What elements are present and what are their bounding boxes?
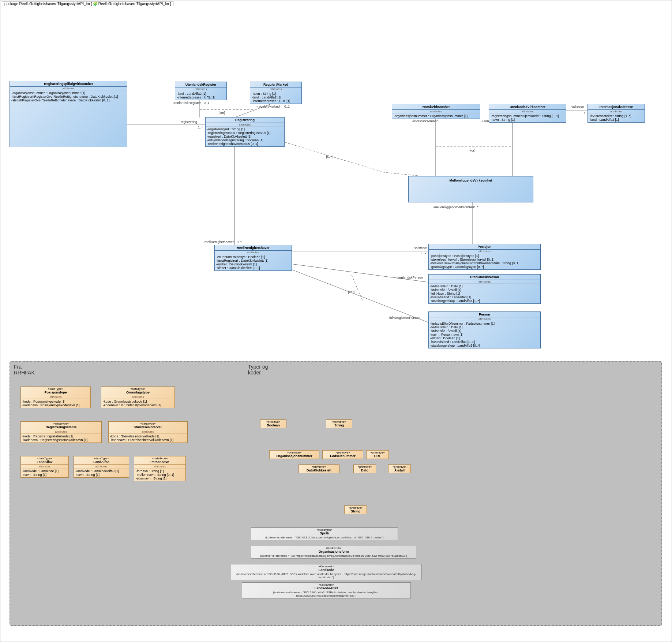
- stereotype: «primitive»: [354, 465, 376, 469]
- attr-row: -kodenavn : Grunnlagstypekodenavn [1]: [103, 403, 173, 407]
- attr-row: -kodenavn : Posisjonstypekodenavn [1]: [22, 403, 89, 407]
- attr-row: -kode : Størrelsesintervallkode [1]: [110, 434, 186, 438]
- reellRettighetshaver-mult: 0..*: [237, 240, 242, 244]
- class-attrs: -friAdressetekst : String [1..*] -land :…: [588, 113, 645, 122]
- attr-row: -kode : Registreringsstatuskode [1]: [22, 434, 100, 438]
- class-internasjonal-adresse: InternasjonalAdresse attributes -friAdre…: [587, 104, 645, 123]
- attr-row: -internettadresse : URL [1]: [252, 99, 300, 103]
- class-reell-rettighetshaver: ReellRettighetshaver attributes -erUnnta…: [214, 245, 292, 271]
- attr-row: -posisjonstype : Posisjonstype [1]: [430, 254, 539, 258]
- datatype-attrs: -kode : Posisjonstypekode [1] -kodenavn …: [21, 399, 90, 408]
- primitive-url: «primitive» URL: [366, 450, 389, 459]
- attr-label: attributes: [250, 87, 301, 91]
- class-registreringspliktig-virksomhet: RegistreringspliktigVirksomhet attribute…: [10, 81, 127, 147]
- mellomliggende-mult: 0..*: [473, 205, 478, 209]
- attr-label: attributes: [21, 395, 90, 399]
- kodeverk-landkode: «Kodeverk» Landkode {kodeverksreferanse …: [231, 564, 422, 580]
- kodeverk-sprak: «Kodeverk» Språk {kodeverksreferanse = "…: [251, 527, 398, 540]
- class-title: UtenlandskPerson: [429, 275, 540, 280]
- attr-row: -land : LandAlfa2 [1]: [252, 96, 300, 99]
- attr-row: -førstRegistrert : DatoKlokkeslett [1]: [216, 259, 290, 262]
- norskVirksomhet-mult: 1: [437, 119, 439, 123]
- datatype-title: Grunnlagstype: [101, 391, 174, 395]
- class-title: UtenlandskVirksomhet: [489, 104, 566, 110]
- attr-row: -navn : String [1]: [22, 473, 67, 477]
- class-title: NorskVirksomhet: [392, 104, 480, 110]
- utenlandskPerson-label: -utenlandskPerson: [395, 276, 423, 279]
- stereotype: «primitive»: [345, 506, 367, 510]
- class-norsk-virksomhet: NorskVirksomhet attributes -organisasjon…: [392, 104, 480, 119]
- attr-row: -landkode : Landkode [1]: [22, 469, 67, 473]
- class-title: RegulertMarked: [250, 82, 301, 87]
- attr-row: -førstRegistrertIRegisterOverReelleRetti…: [11, 95, 125, 98]
- adresse-label: -adresse: [571, 105, 584, 108]
- assoc-utenlandskRegister-mult: 0..1: [204, 101, 209, 105]
- stereotype: «dataType»: [21, 387, 90, 391]
- attr-label: attributes: [429, 280, 540, 284]
- attr-row: -slettetIRegisterOverReelleRettighetshav…: [11, 98, 125, 102]
- stereotype: «primitive»: [323, 451, 363, 454]
- attr-row: -kode : Posisjonstypekode [1]: [22, 400, 89, 403]
- region-title-line: koder: [248, 370, 268, 376]
- primitive-string: «primitive» String: [326, 419, 352, 428]
- datatype-title: LandAlfa2: [21, 460, 68, 465]
- assoc-regulertMarked-mult: 0..1: [284, 105, 290, 108]
- attr-row: -størrelsesintervall : Størrelsesinterva…: [430, 258, 539, 261]
- datatype-landalfa2: «dataType» LandAlfa2 attributes -landkod…: [20, 456, 69, 478]
- datatype-attrs: -kode : Registreringsstatuskode [1] -kod…: [21, 434, 101, 443]
- class-attrs: -registreringsid : String [1] -registrer…: [206, 127, 284, 146]
- attr-row: -kode : Grunnlagstypekode [1]: [103, 400, 173, 403]
- primitive-title: String: [345, 510, 367, 514]
- svg-line-2: [234, 104, 271, 117]
- attr-row: -registreringsstatus : Registreringsstat…: [207, 131, 283, 135]
- mellomliggende-label: -mellomliggendeVirksomhet: [433, 205, 474, 209]
- attr-label: attributes: [21, 430, 101, 434]
- assoc-reellRettighetshaver-label: -reellRettighetshaver: [203, 240, 234, 244]
- attr-row: -reelleRettighetshaverestatus [0..1]: [207, 142, 283, 146]
- attr-row: -beskrivelseAvPosisjonenKontrollPåAnnenM…: [430, 261, 539, 265]
- attr-row: -navn : String [1]: [491, 118, 564, 122]
- attr-row: -kodenavn : Registreringsstatuskodenavn …: [22, 438, 100, 442]
- stereotype: «primitive»: [326, 420, 352, 423]
- assoc-registrering-mult: 1..*: [198, 126, 203, 129]
- attr-row: -organisasjonsnummer : Organisasjonsnumm…: [11, 91, 125, 95]
- datatype-attrs: -fornavn : String [1] -mellomnavn : Stri…: [134, 469, 185, 481]
- xor1-label: {xor}: [218, 111, 225, 115]
- attr-label: attributes: [134, 465, 185, 469]
- region-typer-title: Typer og koder: [248, 364, 268, 376]
- norskVirksomhet-label: -norskVirksomhet: [412, 119, 438, 123]
- xor2-label: {xor}: [469, 149, 476, 152]
- primitive-title: Dato: [354, 469, 376, 473]
- attr-row: -land : LandAlfa2 [1]: [177, 92, 225, 96]
- attr-row: -erUnntattFraInnsyn : Boolean [1]: [216, 255, 290, 259]
- primitive-string-2: «primitive» String: [344, 505, 367, 514]
- stereotype: «dataType»: [109, 422, 187, 425]
- svg-line-12: [291, 269, 428, 322]
- package-name: ReelleRettighetshavereTilgangsstyrtAPI_I…: [19, 2, 90, 6]
- assoc-utenlandskRegister-label: -utenlandskRegister: [172, 101, 201, 105]
- posisjon-label: -posisjon: [414, 246, 427, 249]
- package-tab: package ReelleRettighetshavereTilgangsst…: [2, 1, 173, 6]
- attr-label: attributes: [74, 465, 129, 469]
- assoc-regulertMarked-label: -regulertMarked: [256, 105, 280, 108]
- datatype-title: Registreringsstatus: [21, 425, 101, 430]
- class-attrs: -erUnntattFraInnsyn : Boolean [1] -først…: [215, 254, 292, 270]
- class-title: Person: [429, 312, 540, 317]
- attr-row: -land : LandAlfa2 [1]: [589, 118, 643, 122]
- primitive-title: String: [326, 423, 352, 428]
- datatype-posisjonstype: «dataType» Posisjonstype attributes -kod…: [20, 387, 91, 408]
- attr-row: -landkode : LandkodeAlfa3 [1]: [75, 469, 127, 473]
- attr-row: -slettet : DatoKlokkeslett [0..1]: [216, 266, 290, 270]
- class-posisjon: Posisjon attributes -posisjonstype : Pos…: [428, 244, 541, 270]
- datatype-attrs: -kode : Grunnlagstypekode [1] -kodenavn …: [101, 399, 174, 408]
- package-label: package: [4, 2, 19, 6]
- class-attrs: -organisasjonsnummer : Organisasjonsnumm…: [10, 90, 127, 103]
- stereotype: «Kodeverk»: [251, 528, 398, 531]
- attr-row: -registreringsid : String [1]: [207, 127, 283, 131]
- kodeverk-note: {kodeverksreferanse = "ISO 3166, Alfa3. …: [242, 590, 410, 598]
- datatype-storrelsesintervall: «dataType» Størrelsesintervall attribute…: [108, 421, 188, 443]
- stereotype: «primitive»: [260, 420, 286, 423]
- kodeverk-title: Organisasjonsform: [251, 550, 416, 554]
- class-title: RegistreringspliktigVirksomhet: [10, 81, 127, 87]
- attr-row: -kodenavn : Størrelsesintervallkodenavn …: [110, 438, 186, 442]
